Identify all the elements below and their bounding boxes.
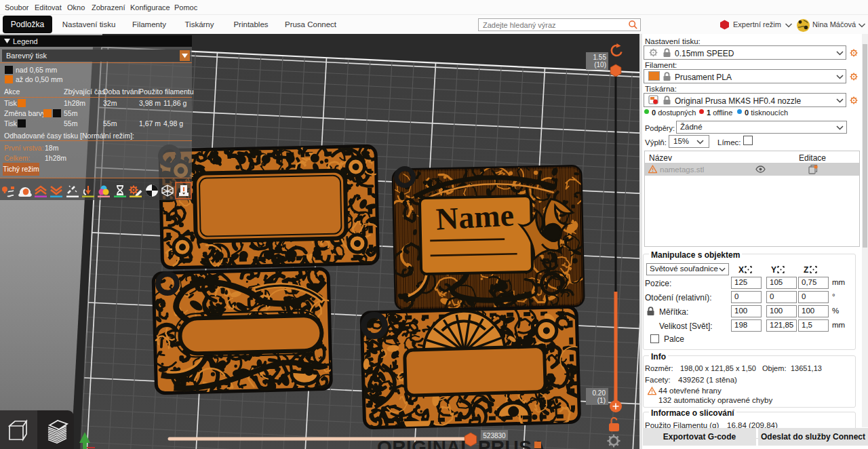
svg-text:ORIGINAL PRUSA: ORIGINAL PRUSA [377,437,546,449]
svg-text:(10): (10) [594,61,606,69]
svg-text:(1): (1) [597,397,606,404]
svg-text:1.55: 1.55 [593,54,607,61]
svg-text:0.20: 0.20 [593,389,606,397]
svg-text:Name: Name [435,197,515,236]
